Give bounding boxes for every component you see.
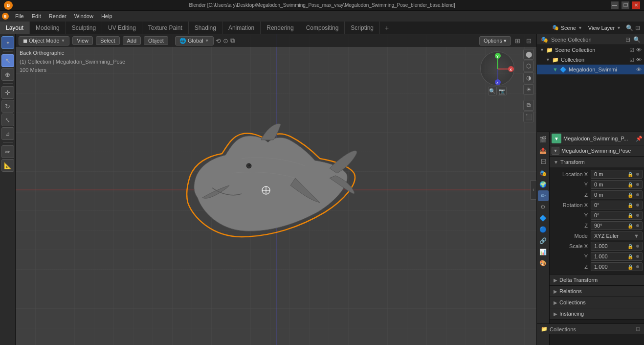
collection-visibility[interactable]: 👁 bbox=[636, 57, 642, 63]
viewport-layout-icon[interactable]: ⊞ bbox=[513, 36, 522, 46]
tab-rendering[interactable]: Rendering bbox=[261, 22, 300, 34]
location-z-lock[interactable]: 🔒 bbox=[627, 192, 633, 198]
view-layer-label[interactable]: View Layer bbox=[588, 25, 615, 31]
location-z-field[interactable]: 0 m 🔒 bbox=[591, 190, 643, 199]
tab-modeling[interactable]: Modeling bbox=[30, 22, 66, 34]
prop-tab-scene[interactable]: 🎭 bbox=[538, 168, 549, 179]
camera-icon[interactable]: 📷 bbox=[498, 87, 507, 95]
menu-file[interactable]: File bbox=[12, 12, 27, 20]
search-icon[interactable]: 🔍 bbox=[626, 24, 633, 31]
scale-x-field[interactable]: 1.000 🔒 bbox=[591, 242, 643, 251]
tab-layout[interactable]: Layout bbox=[0, 22, 30, 34]
shading-wireframe[interactable]: ⬡ bbox=[523, 61, 534, 71]
toolbar-icon-top[interactable]: ✦ bbox=[1, 36, 14, 49]
prop-tab-physics[interactable]: 🔵 bbox=[538, 224, 549, 235]
prop-tab-constraints[interactable]: 🔗 bbox=[538, 235, 549, 246]
collections-section-header[interactable]: ▶ Collections bbox=[550, 297, 644, 308]
megalodon-visibility[interactable]: 👁 bbox=[636, 67, 642, 72]
menu-edit[interactable]: Edit bbox=[28, 12, 44, 20]
tab-compositing[interactable]: Compositing bbox=[300, 22, 345, 34]
view-menu[interactable]: View bbox=[72, 36, 93, 45]
rotation-x-lock[interactable]: 🔒 bbox=[627, 203, 633, 208]
shading-rendered[interactable]: ☀ bbox=[523, 84, 534, 95]
location-x-field[interactable]: 0 m 🔒 bbox=[591, 170, 643, 179]
object-menu[interactable]: Object bbox=[144, 36, 168, 45]
scale-z-lock[interactable]: 🔒 bbox=[627, 264, 633, 270]
menu-render[interactable]: Render bbox=[45, 12, 70, 20]
rotation-x-field[interactable]: 0° 🔒 bbox=[591, 201, 643, 209]
prop-tab-particles[interactable]: 🔷 bbox=[538, 213, 549, 224]
collections-filter-icon[interactable]: ⊟ bbox=[636, 326, 640, 332]
delta-transform-header[interactable]: ▶ Delta Transform bbox=[550, 275, 644, 285]
options-button[interactable]: Options ▾ bbox=[479, 36, 511, 46]
relations-header[interactable]: ▶ Relations bbox=[550, 286, 644, 297]
add-workspace-button[interactable]: + bbox=[380, 22, 394, 34]
tool-rotate[interactable]: ↻ bbox=[1, 100, 14, 113]
rotation-y-lock[interactable]: 🔒 bbox=[627, 213, 633, 218]
menu-help[interactable]: Help bbox=[98, 12, 116, 20]
prop-tab-render[interactable]: 🎬 bbox=[538, 134, 549, 145]
gizmo-sphere[interactable]: X Y Z bbox=[480, 51, 514, 86]
prop-tab-modifiers[interactable]: ⚙ bbox=[538, 202, 549, 212]
outliner-search-icon[interactable]: 🔍 bbox=[633, 36, 641, 43]
restore-button[interactable]: ❐ bbox=[622, 1, 629, 9]
location-y-field[interactable]: 0 m 🔒 bbox=[591, 180, 643, 189]
prop-tab-output[interactable]: 📤 bbox=[538, 145, 549, 156]
menu-window[interactable]: Window bbox=[71, 12, 97, 20]
outliner-megalodon[interactable]: ▼ 🔷 Megalodon_Swimmi 👁 bbox=[537, 65, 644, 74]
app-logo[interactable]: B bbox=[2, 13, 9, 20]
rotation-y-field[interactable]: 0° 🔒 bbox=[591, 211, 643, 220]
prop-tab-world[interactable]: 🌍 bbox=[538, 179, 549, 190]
tab-scripting[interactable]: Scripting bbox=[345, 22, 380, 34]
prop-tab-view-layer[interactable]: 🎞 bbox=[538, 157, 549, 167]
shark-object[interactable] bbox=[163, 119, 369, 247]
select-menu[interactable]: Select bbox=[96, 36, 120, 45]
scene-collection-visibility[interactable]: 👁 bbox=[636, 47, 642, 53]
tool-annotate[interactable]: ✏ bbox=[1, 145, 14, 158]
viewport-gizmo[interactable]: X Y Z 🔍 📷 bbox=[480, 51, 514, 86]
global-dropdown[interactable]: 🌐 Global ▼ bbox=[175, 36, 214, 46]
rotation-mode-field[interactable]: XYZ Euler ▼ bbox=[591, 231, 643, 240]
overlay-icon[interactable]: ⧉ bbox=[230, 37, 235, 45]
tab-animation[interactable]: Animation bbox=[222, 22, 261, 34]
location-y-lock[interactable]: 🔒 bbox=[627, 182, 633, 187]
scale-z-field[interactable]: 1.000 🔒 bbox=[591, 262, 643, 271]
location-x-lock[interactable]: 🔒 bbox=[627, 172, 633, 177]
tool-move[interactable]: ✛ bbox=[1, 86, 14, 99]
object-mode-dropdown[interactable]: ◼ Object Mode ▼ bbox=[19, 36, 69, 46]
scale-x-lock[interactable]: 🔒 bbox=[627, 244, 633, 249]
outliner-filter-icon[interactable]: ⊟ bbox=[625, 36, 630, 43]
tool-cursor[interactable]: ⊕ bbox=[1, 68, 14, 81]
zoom-to-fit-icon[interactable]: 🔍 bbox=[488, 87, 497, 95]
tab-uv-editing[interactable]: UV Editing bbox=[102, 22, 142, 34]
tab-shading[interactable]: Shading bbox=[189, 22, 222, 34]
minimize-button[interactable]: — bbox=[611, 1, 619, 9]
add-menu[interactable]: Add bbox=[123, 36, 141, 45]
shading-solid[interactable]: ⬤ bbox=[523, 49, 534, 60]
filter-icon[interactable]: ⊟ bbox=[635, 24, 640, 31]
outliner-collection[interactable]: ▼ 📁 Collection ☑ 👁 bbox=[537, 55, 644, 65]
pin-icon[interactable]: 📌 bbox=[636, 136, 643, 142]
prop-tab-data[interactable]: 📊 bbox=[538, 247, 549, 257]
collection-checkbox[interactable]: ☑ bbox=[629, 57, 634, 63]
shading-lookdev[interactable]: ◑ bbox=[523, 72, 534, 83]
xray-toggle[interactable]: ⬛ bbox=[523, 112, 534, 122]
scale-y-field[interactable]: 1.000 🔒 bbox=[591, 252, 643, 261]
object-data-name[interactable]: Megalodon_Swimming_Pose bbox=[561, 148, 643, 154]
prop-tab-object[interactable]: ✏ bbox=[538, 190, 549, 201]
scene-collection-checkbox[interactable]: ☑ bbox=[629, 47, 634, 53]
tab-sculpting[interactable]: Sculpting bbox=[66, 22, 102, 34]
object-name-field[interactable]: Megalodon_Swimming_P... bbox=[563, 136, 634, 141]
transform-section-header[interactable]: ▼ Transform bbox=[550, 157, 644, 167]
outliner-scene-collection[interactable]: ▼ 📁 Scene Collection ☑ 👁 bbox=[537, 45, 644, 55]
tool-transform[interactable]: ⊿ bbox=[1, 127, 14, 140]
viewport[interactable]: ◼ Object Mode ▼ View Select Add Object 🌐… bbox=[16, 34, 536, 345]
scene-selector[interactable]: Scene bbox=[561, 25, 576, 31]
close-button[interactable]: ✕ bbox=[632, 1, 640, 9]
tool-measure[interactable]: 📐 bbox=[1, 159, 14, 172]
overlay-toggle[interactable]: ⧉ bbox=[523, 100, 534, 111]
tool-select-box[interactable]: ↖ bbox=[1, 54, 14, 67]
tab-texture-paint[interactable]: Texture Paint bbox=[142, 22, 189, 34]
snap-icon[interactable]: ⟲ bbox=[216, 37, 221, 45]
scale-y-lock[interactable]: 🔒 bbox=[627, 254, 633, 259]
